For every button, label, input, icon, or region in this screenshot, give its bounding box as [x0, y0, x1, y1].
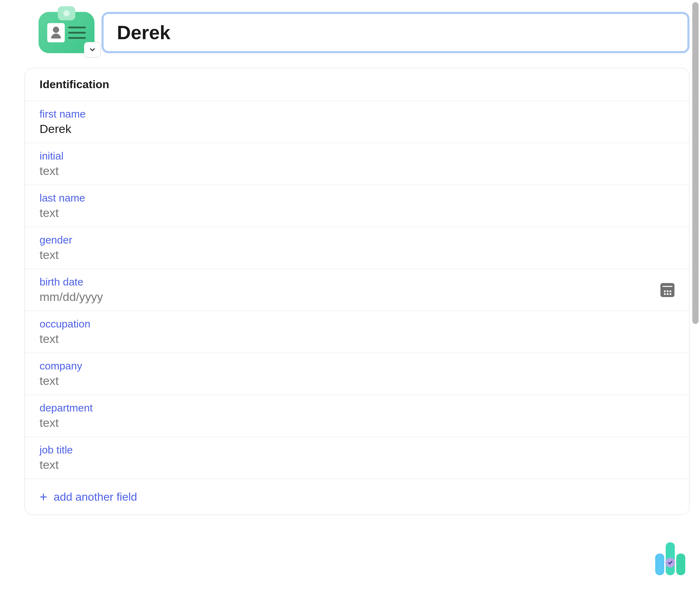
field-label[interactable]: birth date [40, 276, 674, 288]
field-value[interactable]: Derek [40, 122, 674, 136]
field-label[interactable]: company [40, 360, 674, 372]
add-field-button[interactable]: + add another field [25, 479, 689, 515]
field-row[interactable]: occupationtext [25, 311, 689, 353]
field-value[interactable]: text [40, 164, 674, 178]
identification-section: Identification first nameDerekinitialtex… [24, 68, 690, 515]
field-row[interactable]: gendertext [25, 227, 689, 269]
field-label[interactable]: gender [40, 234, 674, 246]
field-row[interactable]: companytext [25, 353, 689, 395]
logo-bar-icon [666, 542, 675, 575]
chevron-down-icon [89, 46, 96, 54]
item-type-icon[interactable] [38, 12, 94, 54]
field-label[interactable]: last name [40, 192, 674, 204]
field-value[interactable]: text [40, 416, 674, 430]
add-field-label: add another field [54, 491, 137, 503]
logo-bar-icon [655, 554, 664, 575]
icon-dropdown-button[interactable] [84, 42, 101, 57]
plus-icon: + [40, 490, 47, 503]
id-lines-icon [68, 27, 86, 39]
field-label[interactable]: job title [40, 444, 674, 456]
field-label[interactable]: department [40, 402, 674, 414]
section-title: Identification [40, 78, 674, 91]
field-row[interactable]: first nameDerek [25, 101, 689, 143]
calendar-icon[interactable] [660, 283, 674, 297]
field-value[interactable]: text [40, 332, 674, 346]
logo-bar-icon [676, 554, 685, 575]
id-card-clip-icon [58, 6, 75, 20]
logo-check-icon [665, 558, 675, 568]
field-label[interactable]: initial [40, 150, 674, 162]
field-label[interactable]: occupation [40, 318, 674, 330]
field-value[interactable]: text [40, 206, 674, 220]
field-label[interactable]: first name [40, 108, 674, 120]
avatar-icon [47, 23, 65, 42]
field-row[interactable]: departmenttext [25, 395, 689, 437]
field-row[interactable]: last nametext [25, 185, 689, 227]
field-row[interactable]: job titletext [25, 437, 689, 479]
field-value[interactable]: text [40, 248, 674, 262]
field-value[interactable]: text [40, 374, 674, 388]
field-row[interactable]: initialtext [25, 143, 689, 185]
scrollbar[interactable] [692, 2, 699, 324]
field-row[interactable]: birth datemm/dd/yyyy [25, 269, 689, 311]
app-logo-widget[interactable] [655, 542, 685, 575]
item-title-input[interactable] [102, 12, 690, 53]
field-value[interactable]: mm/dd/yyyy [40, 290, 674, 304]
field-value[interactable]: text [40, 458, 674, 472]
